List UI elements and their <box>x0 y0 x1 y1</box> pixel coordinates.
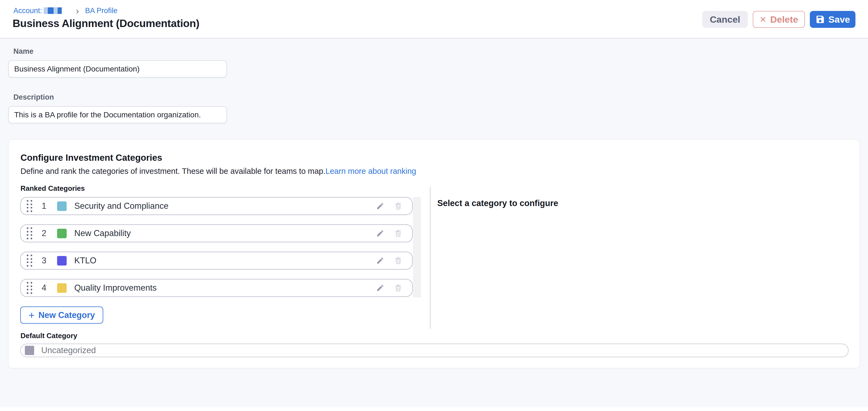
save-button-label: Save <box>828 14 850 25</box>
redaction-segment <box>48 7 54 14</box>
delete-trash-icon[interactable] <box>394 284 402 292</box>
category-color-swatch <box>57 229 67 238</box>
delete-trash-icon[interactable] <box>394 256 402 265</box>
category-label: Quality Improvements <box>74 283 157 293</box>
delete-button-label: Delete <box>770 14 798 25</box>
cancel-button[interactable]: Cancel <box>702 11 748 28</box>
rank-number: 2 <box>40 229 48 238</box>
category-row-quality-improvements[interactable]: 4 Quality Improvements <box>20 279 413 297</box>
chevron-right-icon: › <box>76 7 79 14</box>
ranked-categories-list: 1 Security and Compliance 2 <box>20 197 413 297</box>
card-subtitle-text: Define and rank the categories of invest… <box>21 167 326 175</box>
rank-number: 1 <box>40 201 48 211</box>
rank-number: 4 <box>40 283 48 293</box>
category-color-swatch <box>57 256 67 266</box>
header-actions: Cancel ✕ Delete Save <box>702 11 856 28</box>
category-label: KTLO <box>74 256 96 266</box>
category-row-ktlo[interactable]: 3 KTLO <box>20 252 413 270</box>
description-input[interactable] <box>8 106 227 123</box>
row-actions <box>376 284 402 292</box>
card-title: Configure Investment Categories <box>21 152 162 163</box>
edit-pencil-icon[interactable] <box>376 202 384 210</box>
category-color-swatch <box>57 201 67 211</box>
delete-trash-icon[interactable] <box>394 202 402 210</box>
category-color-swatch <box>57 283 67 293</box>
list-scrollbar[interactable] <box>413 197 421 298</box>
category-row-new-capability[interactable]: 2 New Capability <box>20 224 413 242</box>
drag-handle-icon[interactable] <box>27 227 34 239</box>
breadcrumb-ba-profile-link[interactable]: BA Profile <box>85 6 118 15</box>
edit-pencil-icon[interactable] <box>376 229 384 237</box>
redaction-segment <box>58 7 62 14</box>
default-category-label: Default Category <box>21 332 77 340</box>
redacted-account-name <box>44 7 62 14</box>
new-category-button-label: New Category <box>38 310 95 320</box>
redaction-segment <box>44 7 48 14</box>
category-row-security-and-compliance[interactable]: 1 Security and Compliance <box>20 197 413 215</box>
default-category-row[interactable]: Uncategorized <box>20 344 848 357</box>
page-title: Business Alignment (Documentation) <box>12 18 199 30</box>
name-label: Name <box>13 47 34 56</box>
row-actions <box>376 202 402 210</box>
learn-more-link[interactable]: Learn more about ranking <box>326 167 416 175</box>
new-category-button[interactable]: + New Category <box>20 306 103 324</box>
edit-pencil-icon[interactable] <box>376 256 384 265</box>
breadcrumb-account-link[interactable]: Account: <box>13 6 42 15</box>
row-actions <box>376 256 402 265</box>
uncategorized-color-swatch <box>25 346 34 355</box>
x-icon: ✕ <box>760 15 766 24</box>
plus-icon: + <box>29 311 35 319</box>
drag-handle-icon[interactable] <box>27 254 34 267</box>
category-label: Security and Compliance <box>74 201 168 211</box>
name-input[interactable] <box>8 60 227 77</box>
configure-categories-card: Configure Investment Categories Define a… <box>8 139 860 368</box>
ranked-categories-label: Ranked Categories <box>21 184 85 193</box>
page-header: Account: › BA Profile Business Alignment… <box>0 0 868 38</box>
uncategorized-label: Uncategorized <box>41 345 96 355</box>
card-subtitle: Define and rank the categories of invest… <box>21 167 416 176</box>
breadcrumb: Account: › BA Profile <box>13 6 118 15</box>
redaction-segment <box>54 7 58 14</box>
empty-state-message: Select a category to configure <box>437 198 558 208</box>
delete-trash-icon[interactable] <box>394 229 402 237</box>
drag-handle-icon[interactable] <box>27 282 34 294</box>
floppy-save-icon <box>815 14 825 24</box>
delete-button[interactable]: ✕ Delete <box>753 11 805 28</box>
edit-pencil-icon[interactable] <box>376 284 384 292</box>
panel-divider <box>430 187 430 329</box>
ba-profile-page: Account: › BA Profile Business Alignment… <box>0 0 868 411</box>
row-actions <box>376 229 402 237</box>
bottom-strip <box>0 407 868 411</box>
save-button[interactable]: Save <box>810 11 856 28</box>
drag-handle-icon[interactable] <box>27 200 34 212</box>
cancel-button-label: Cancel <box>710 14 740 25</box>
rank-number: 3 <box>40 256 48 266</box>
category-label: New Capability <box>74 229 131 238</box>
description-label: Description <box>13 93 54 102</box>
